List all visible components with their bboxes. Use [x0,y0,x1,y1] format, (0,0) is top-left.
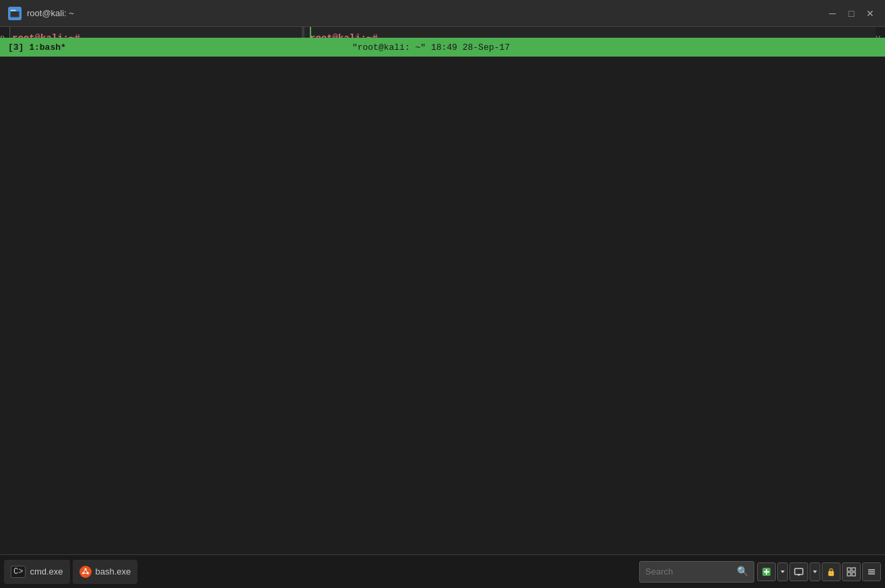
right-pane-top-prompt: root@kali:~# [310,32,378,38]
ubuntu-icon [79,566,92,578]
left-pane[interactable]: n g d i d ) e u [0,27,303,38]
menu-button[interactable] [862,562,881,581]
svg-rect-16 [795,568,803,575]
svg-rect-24 [847,573,851,576]
svg-rect-25 [852,573,855,576]
minimize-button[interactable]: ─ [826,7,839,20]
left-edge-chars: n g d i d ) e u [0,32,9,38]
taskbar-cmd[interactable]: C> cmd.exe [4,560,70,584]
status-info: "root@kali: ~" 18:49 28-Sep-17 [352,42,510,53]
search-container: 🔍 [639,561,754,583]
view-button[interactable] [789,562,808,581]
search-input[interactable] [645,566,733,577]
taskbar-bash[interactable]: bash.exe [73,560,138,584]
app-icon [8,7,22,20]
left-edge: n g d i d ) e u [0,27,9,38]
restore-button[interactable]: □ [845,7,858,20]
right-pane-vertical-line [310,27,311,38]
view-dropdown[interactable] [810,562,820,581]
svg-rect-23 [852,568,855,571]
window-title: root@kali: ~ [27,8,74,18]
svg-point-2 [11,9,12,11]
svg-point-3 [13,9,14,11]
search-icon: 🔍 [737,566,748,577]
toolbar-icons [757,562,881,581]
pane-left-divider [9,27,10,38]
main-content: n g d i d ) e u [0,27,885,57]
window-controls: ─ □ ✕ [826,7,877,20]
taskbar: C> cmd.exe bash.exe 🔍 [0,554,885,588]
lock-button[interactable] [822,562,841,581]
svg-marker-15 [781,570,785,573]
split-panes: n g d i d ) e u [0,27,885,38]
svg-point-4 [14,9,15,11]
status-session: [3] 1:bash* [8,42,66,53]
cmd-icon: C> [11,566,26,578]
right-pane[interactable]: root@kali:~# y e [304,27,885,38]
cmd-label: cmd.exe [30,566,63,577]
right-edge: y e n ly [876,27,885,38]
svg-marker-19 [813,570,817,573]
svg-point-21 [830,573,832,574]
add-dropdown[interactable] [777,562,788,581]
svg-rect-22 [847,568,851,571]
status-bar: [3] 1:bash* "root@kali: ~" 18:49 28-Sep-… [0,38,885,57]
close-button[interactable]: ✕ [863,7,877,20]
left-pane-top-prompt: root@kali:~# [12,32,80,38]
titlebar-left: root@kali: ~ [8,7,74,20]
bash-label: bash.exe [96,566,131,577]
layout-button[interactable] [842,562,861,581]
titlebar: root@kali: ~ ─ □ ✕ [0,0,885,27]
add-button[interactable] [757,562,776,581]
